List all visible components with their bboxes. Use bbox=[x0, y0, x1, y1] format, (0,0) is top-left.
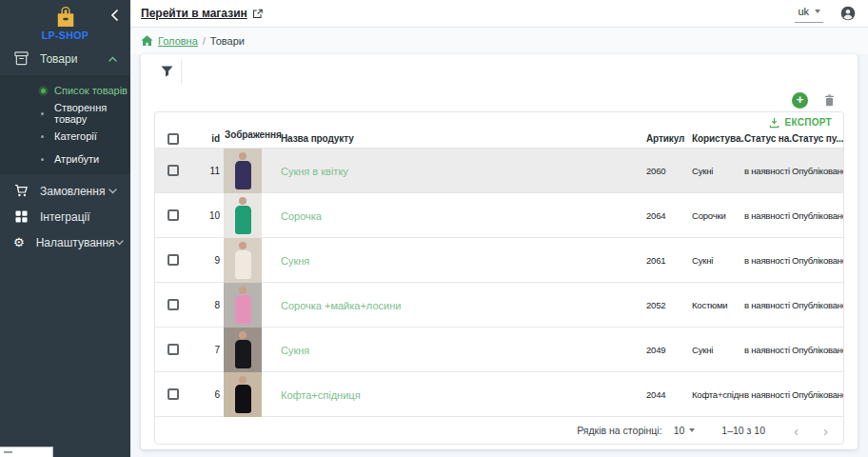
bullet-icon bbox=[41, 158, 44, 161]
product-image[interactable] bbox=[224, 372, 262, 417]
row-checkbox[interactable] bbox=[168, 344, 179, 355]
sidebar-subitem[interactable]: Атрибути bbox=[0, 148, 130, 170]
export-button[interactable]: ЕКСПОРТ bbox=[155, 112, 843, 129]
language-value: uk bbox=[798, 6, 809, 17]
go-to-store-link[interactable]: Перейти в магазин bbox=[141, 7, 263, 20]
account-circle-icon bbox=[840, 6, 856, 21]
table-row: 7 Сукня 2049 Сукні в наявності Опубліков… bbox=[155, 328, 843, 372]
product-name-link[interactable]: Сорочка bbox=[281, 210, 322, 222]
sidebar-group-orders[interactable]: Замовлення bbox=[0, 178, 130, 204]
cell-sku: 2060 bbox=[646, 166, 692, 176]
sidebar-subitem[interactable]: Список товарів bbox=[0, 79, 130, 102]
breadcrumb-separator: / bbox=[203, 35, 206, 47]
filter-button[interactable] bbox=[161, 66, 173, 77]
logo-row: LP-SHOP bbox=[0, 0, 130, 44]
product-name-link[interactable]: Сорочка +майка+лосини bbox=[281, 300, 401, 311]
external-link-icon bbox=[252, 9, 263, 19]
main-area: Перейти в магазин uk bbox=[130, 0, 868, 457]
add-product-button[interactable]: + bbox=[792, 92, 808, 109]
caret-down-icon bbox=[815, 10, 820, 13]
row-checkbox[interactable] bbox=[168, 165, 179, 176]
product-image[interactable] bbox=[224, 149, 262, 193]
product-name-link[interactable]: Сукня в квітку bbox=[281, 166, 348, 177]
chevron-down-icon bbox=[108, 189, 117, 194]
row-checkbox[interactable] bbox=[168, 209, 179, 221]
select-all-checkbox[interactable] bbox=[168, 133, 179, 145]
rows-per-page-value: 10 bbox=[674, 425, 685, 436]
header-image: Зображення bbox=[224, 129, 262, 148]
rows-per-page-label: Рядків на сторінці: bbox=[577, 425, 661, 436]
cell-id: 6 bbox=[193, 389, 224, 400]
row-checkbox[interactable] bbox=[168, 254, 179, 266]
sidebar: LP-SHOP Товари Список товарів bbox=[0, 0, 130, 457]
table-row: 11 Сукня в квітку 2060 Сукні в наявності… bbox=[155, 149, 843, 193]
pagination-bar: Рядків на сторінці: 10 1–10 з 10 ‹ › bbox=[155, 417, 843, 444]
cell-id: 10 bbox=[193, 210, 224, 221]
products-card: + ЕКСПОРТ bbox=[141, 54, 858, 449]
row-checkbox[interactable] bbox=[168, 299, 179, 310]
cell-id: 9 bbox=[193, 255, 224, 266]
sidebar-subitem[interactable]: Категорії bbox=[0, 125, 130, 148]
topbar-right: uk bbox=[795, 4, 856, 23]
breadcrumb-home-link[interactable]: Головна bbox=[158, 35, 198, 47]
account-button[interactable] bbox=[840, 6, 856, 21]
product-image[interactable] bbox=[224, 238, 262, 283]
cell-stock-status: в наявності bbox=[744, 389, 792, 400]
table-row: 10 Сорочка 2064 Сорочки в наявності Опуб… bbox=[155, 193, 843, 238]
previous-page-button[interactable]: ‹ bbox=[794, 424, 799, 438]
export-label: ЕКСПОРТ bbox=[784, 117, 832, 128]
rows-per-page-select[interactable]: 10 bbox=[674, 425, 696, 436]
table-actions: + bbox=[141, 89, 858, 111]
sidebar-subitem-label: Категорії bbox=[54, 130, 97, 142]
cell-category: Кофта+спідниц bbox=[692, 389, 744, 400]
chevron-down-icon bbox=[115, 240, 124, 246]
cell-id: 7 bbox=[193, 345, 224, 355]
cell-publish-status: Опубліковано bbox=[792, 166, 843, 176]
product-name-link[interactable]: Кофта+спідниця bbox=[281, 389, 361, 401]
product-image[interactable] bbox=[224, 283, 262, 328]
language-select[interactable]: uk bbox=[795, 4, 823, 23]
cell-category: Костюми bbox=[692, 300, 744, 310]
table-row: 9 Сукня 2061 Сукні в наявності Опубліков… bbox=[155, 238, 843, 283]
sidebar-group-settings[interactable]: ⚙ Налаштування bbox=[0, 229, 130, 255]
trash-icon bbox=[824, 94, 835, 107]
gear-icon: ⚙ bbox=[13, 236, 25, 248]
header-stock-status: Статус на... bbox=[744, 133, 792, 144]
cell-id: 8 bbox=[193, 300, 224, 310]
sidebar-nav: Товари Список товарів Створення товару К… bbox=[0, 44, 130, 255]
next-page-button[interactable]: › bbox=[823, 424, 828, 438]
table-toolbar bbox=[141, 54, 858, 89]
pagination-nav: ‹ › bbox=[794, 424, 828, 438]
store-link-label: Перейти в магазин bbox=[141, 7, 247, 20]
chevron-up-icon bbox=[108, 56, 117, 62]
cell-stock-status: в наявності bbox=[744, 166, 792, 176]
toolbar-divider bbox=[181, 59, 182, 85]
product-name-link[interactable]: Сукня bbox=[281, 255, 309, 267]
chevron-left-icon bbox=[110, 10, 119, 21]
row-checkbox[interactable] bbox=[168, 388, 179, 400]
sidebar-subitem[interactable]: Створення товару bbox=[0, 102, 130, 125]
sidebar-group-label: Інтеграції bbox=[40, 210, 90, 224]
cell-sku: 2052 bbox=[646, 300, 692, 310]
sidebar-group-products[interactable]: Товари bbox=[0, 46, 130, 71]
sidebar-group-label: Товари bbox=[40, 52, 77, 66]
filter-funnel-icon bbox=[161, 66, 173, 77]
delete-button[interactable] bbox=[824, 94, 835, 107]
product-image[interactable] bbox=[224, 328, 262, 372]
cell-publish-status: Опубліковано bbox=[792, 210, 843, 221]
cell-publish-status: Опубліковано bbox=[792, 345, 843, 355]
table-row: 8 Сорочка +майка+лосини 2052 Костюми в н… bbox=[155, 283, 843, 328]
sidebar-group-label: Налаштування bbox=[36, 236, 115, 249]
product-name-link[interactable]: Сукня bbox=[281, 345, 309, 356]
sidebar-collapse-button[interactable] bbox=[110, 8, 119, 25]
cell-sku: 2064 bbox=[646, 210, 692, 221]
breadcrumb: Головна / Товари bbox=[130, 28, 868, 54]
cell-stock-status: в наявності bbox=[744, 210, 792, 221]
product-image[interactable] bbox=[224, 193, 262, 238]
header-category: Користува... bbox=[692, 133, 744, 144]
cell-publish-status: Опубліковано bbox=[792, 255, 843, 266]
table-row: 6 Кофта+спідниця 2044 Кофта+спідниц в на… bbox=[155, 372, 843, 417]
cell-category: Сорочки bbox=[692, 210, 744, 221]
products-table: ЕКСПОРТ id Зображення Назва продукту Арт… bbox=[154, 111, 844, 445]
sidebar-group-integrations[interactable]: Інтеграції bbox=[0, 204, 130, 229]
